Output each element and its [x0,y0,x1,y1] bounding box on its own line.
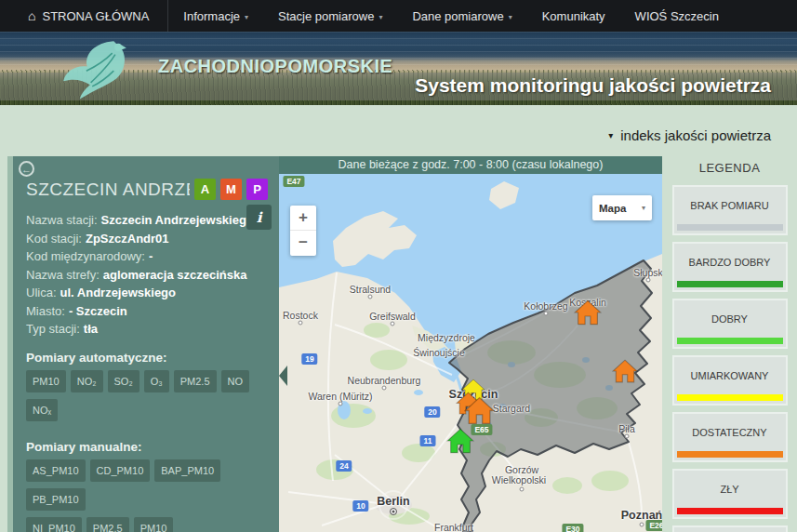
system-title: System monitoringu jakości powietrza [415,74,771,97]
aqi-index-toggle[interactable]: ▾ indeks jakości powietrza [608,127,771,143]
map[interactable]: Rostock Stralsund Greifswald Międzyzdroj… [279,174,662,532]
measurement-button-pm10[interactable]: PM10 [26,370,66,392]
measurement-button-pm25[interactable]: PM2.5 [174,370,217,392]
aqi-index-label: indeks jakości powietrza [620,127,771,143]
legend-color-bar [677,394,783,401]
field-nazwa-strefy: Nazwa strefy:aglomeracja szczecińska [26,266,268,285]
nav-item-dane-pomiarowe[interactable]: Dane pomiarowe ▾ [397,0,526,32]
city-label-berlin: Berlin [377,495,409,508]
city-label: Kołobrzeg [524,300,567,312]
station-marker-5[interactable] [464,395,495,426]
field-ulica: Ulica:ul. Andrzejewskiego [26,284,268,302]
nav-item-komunikaty[interactable]: Komunikaty [527,0,620,32]
city-dot [640,523,644,527]
nav-item-wios-szczecin[interactable]: WIOŚ Szczecin [620,0,734,32]
road-badge: E30 [562,524,583,532]
content: ▾ indeks jakości powietrza ← SZCZECIN AN… [0,105,797,532]
map-zoom-control: + − [290,206,316,256]
zoom-out-button[interactable]: − [290,231,316,256]
legend-item-dostateczny: DOSTATECZNY [672,412,788,462]
measurement-button-pm25-manual[interactable]: PM2.5 [86,517,129,532]
nav-home-label: STRONA GŁÓWNA [42,9,149,23]
legend-color-bar [677,281,783,287]
region-title: ZACHODNIOPOMORSKIE [158,56,392,77]
station-marker-6[interactable] [446,427,474,455]
dropdown-caret-icon: ▾ [379,13,382,21]
station-panel: ← SZCZECIN ANDRZEJE... A M P i Nazwa sta… [7,156,279,532]
city-label: Świnoujście [413,347,464,358]
station-marker-2[interactable] [612,358,638,384]
legend-item-umiarkowany: UMIARKOWANY [672,355,788,406]
map-type-selector[interactable]: Mapa ▾ [592,195,652,220]
map-header: Dane bieżące z godz. 7:00 - 8:00 (czasu … [279,156,662,174]
automatic-buttons: PM10NO₂SO₂O₃PM2.5NO NOₓ [26,370,268,428]
city-dot [368,295,373,299]
field-typ-stacji: Typ stacji:tła [26,320,268,339]
auto-measure-button[interactable]: A [194,179,216,200]
measurement-button-pm10-manual[interactable]: PM10 [134,517,174,532]
nav-item-stacje-pomiarowe[interactable]: Stacje pomiarowe ▾ [263,0,397,32]
road-badge: 24 [336,460,352,472]
road-badge: E47 [283,176,304,187]
map-base [279,174,662,532]
legend-color-bar [677,224,783,231]
measurement-button-so2[interactable]: SO₂ [108,370,139,392]
legend-color-bar [677,338,783,344]
city-label: Stralsund [350,284,391,295]
legend-item-brak-pomiaru: BRAK POMIARU [672,185,788,235]
city-dot [339,402,343,406]
city-dot [625,434,630,439]
legend-color-bar [677,508,783,514]
measurement-button-o3[interactable]: O₃ [144,370,169,392]
zoom-in-button[interactable]: + [290,206,316,231]
meteo-measure-button[interactable]: P [246,179,268,200]
road-badge: 20 [424,406,440,418]
legend-item-bardzo-dobry: BARDZO DOBRY [672,242,788,292]
city-dot [382,386,387,391]
city-dot [520,487,525,492]
home-icon: ⌂ [28,8,35,23]
automatic-section-heading: Pomiary automatyczne: [26,351,268,365]
city-dot-capital [390,508,397,515]
measurement-button-nox[interactable]: NOₓ [26,399,58,421]
legend-item-partial [672,525,788,532]
station-fields: Nazwa stacji:Szczecin Andrzejewskiego Ko… [26,211,268,339]
road-badge: 10 [352,500,368,512]
measurement-button-pb-pm10[interactable]: PB_PM10 [26,488,86,511]
legend-color-bar [677,451,783,458]
city-label: Słupsk [633,267,662,278]
city-label: Międzyzdroje [418,332,475,343]
legend-item-dobry: DOBRY [672,299,788,349]
city-label: Stargard [493,403,530,414]
city-dot [299,321,303,326]
top-nav: ⌂ STRONA GŁÓWNA Informacje ▾ Stacje pomi… [0,0,797,32]
station-marker-1[interactable] [574,299,602,326]
measurement-button-bap-pm10[interactable]: BAP_PM10 [154,459,220,482]
measurement-button-no2[interactable]: NO₂ [71,370,103,392]
station-title: SZCZECIN ANDRZEJE... [26,180,190,200]
road-badge: E26 [645,520,662,531]
back-icon[interactable]: ← [19,161,34,177]
manual-measure-button[interactable]: M [220,179,242,200]
city-label: Greifswald [369,311,416,322]
manual-section-heading: Pomiary manualne: [26,440,268,454]
dropdown-caret-icon: ▾ [245,13,248,21]
field-kod-stacji: Kod stacji:ZpSzczAndr01 [26,230,268,248]
dropdown-caret-icon: ▾ [509,13,512,21]
station-info-button[interactable]: i [246,205,272,230]
city-label: Piła [618,423,635,434]
page: ⌂ STRONA GŁÓWNA Informacje ▾ Stacje pomi… [0,0,797,532]
measurement-button-ni-pm10[interactable]: NI_PM10 [26,517,82,532]
measurement-button-cd-pm10[interactable]: CD_PM10 [90,459,151,482]
field-miasto: Miasto:- Szczecin [26,302,268,321]
legend: LEGENDA BRAK POMIARU BARDZO DOBRY DOBRY … [662,156,797,532]
measurement-button-no[interactable]: NO [221,370,250,392]
city-label: Frankfurt [434,522,473,532]
nav-home[interactable]: ⌂ STRONA GŁÓWNA [0,0,168,32]
city-label: Neubrandenburg [348,375,421,386]
measurement-button-as-pm10[interactable]: AS_PM10 [26,459,86,482]
field-nazwa-stacji: Nazwa stacji:Szczecin Andrzejewskiego [26,211,268,230]
nav-item-informacje[interactable]: Informacje ▾ [168,0,263,32]
caret-down-icon: ▾ [608,130,613,140]
city-label: Waren (Müritz) [308,391,372,402]
